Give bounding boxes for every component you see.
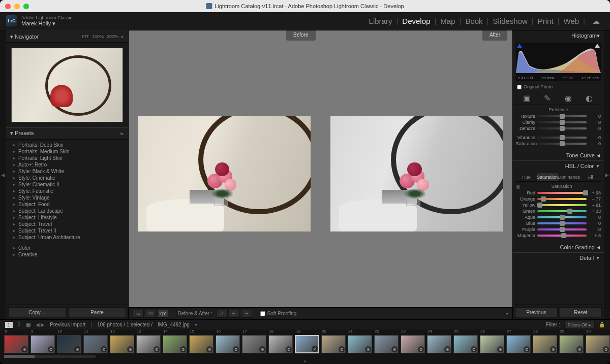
thumb[interactable]: 11⊘ <box>83 335 108 353</box>
slider-yellow[interactable]: Yellow– 91 <box>516 202 601 208</box>
thumb[interactable]: 15⊘ <box>189 335 214 353</box>
minimize-icon[interactable] <box>14 4 20 9</box>
preset-item[interactable]: Portraits: Light Skin <box>6 155 128 161</box>
thumb[interactable]: 29⊘ <box>559 335 584 353</box>
compare-view-icon[interactable]: ▯▯ <box>145 310 156 318</box>
thumb[interactable]: 10⊘ <box>57 335 81 353</box>
slider-texture[interactable]: Texture0 <box>516 113 601 119</box>
primary-display[interactable]: 1 <box>5 322 13 328</box>
thumb[interactable]: 30⊘ <box>586 335 610 353</box>
preset-item[interactable]: Subject: Travel II <box>6 227 128 234</box>
thumb[interactable]: 23⊘ <box>401 335 425 353</box>
thumb[interactable]: 18⊘ <box>268 335 293 353</box>
crop-tool-icon[interactable]: ▣ <box>523 93 531 102</box>
filmstrip-nav-icon[interactable]: ◀ ▶ <box>36 322 45 327</box>
thumb[interactable]: 13⊘ <box>136 335 161 353</box>
slider-purple[interactable]: Purple0 <box>516 226 601 233</box>
secondary-display[interactable]: 2 <box>18 322 21 327</box>
thumb[interactable]: 17⊘ <box>242 335 266 353</box>
thumb[interactable]: 22⊘ <box>374 335 399 353</box>
filmstrip-source[interactable]: Previous Import <box>50 322 85 327</box>
thumb[interactable]: 28⊘ <box>533 335 557 353</box>
histogram[interactable]: ISO 200 50 mm f / 1.6 1/125 sec <box>516 43 601 81</box>
module-map[interactable]: Map <box>436 17 459 25</box>
grid-toggle-icon[interactable]: ▦ <box>26 322 30 327</box>
original-photo-toggle[interactable]: Original Photo <box>513 83 604 90</box>
presets-header[interactable]: ▾ Presets +▸ <box>6 127 128 140</box>
preset-item[interactable]: Auto+: Retro <box>6 161 128 168</box>
thumb[interactable]: 16⊘ <box>216 335 240 353</box>
photo-after[interactable] <box>330 116 503 231</box>
loupe-view-icon[interactable]: ▭ <box>133 310 144 318</box>
copy-button[interactable]: Copy… <box>8 307 66 317</box>
module-book[interactable]: Book <box>461 17 486 25</box>
previous-button[interactable]: Previous <box>515 307 558 317</box>
preset-item[interactable]: Subject: Lifestyle <box>6 214 128 221</box>
preset-item[interactable]: Subject: Food <box>6 201 128 208</box>
hsl-tab-luminance[interactable]: Luminance <box>558 173 580 181</box>
slider-dehaze[interactable]: Dehaze0 <box>516 125 601 131</box>
target-adjust-icon[interactable]: ◎ <box>516 184 521 189</box>
copy-before-icon[interactable]: ⇤ <box>229 310 240 318</box>
bottom-edge-toggle[interactable]: ▼ <box>0 359 610 364</box>
thumb[interactable]: 24⊘ <box>427 335 451 353</box>
preset-group[interactable]: Color <box>6 245 128 251</box>
thumb[interactable]: 27⊘ <box>506 335 531 353</box>
slider-green[interactable]: Green+ 33 <box>516 208 601 214</box>
preset-item[interactable]: Style: Cinematic <box>6 175 128 181</box>
preset-item[interactable]: Portraits: Deep Skin <box>6 142 128 148</box>
hsl-tab-all[interactable]: All <box>580 173 601 181</box>
module-print[interactable]: Print <box>534 17 558 25</box>
filter-select[interactable]: Filters Off ▸ <box>564 321 595 329</box>
slider-saturation[interactable]: Saturation0 <box>516 141 601 147</box>
slider-orange[interactable]: Orange– 77 <box>516 196 601 202</box>
hsl-tab-saturation[interactable]: Saturation <box>537 173 558 181</box>
slider-magenta[interactable]: Magenta+ 8 <box>516 233 601 239</box>
navigator-header[interactable]: ▾ Navigator FIT 100% 200% ▸ <box>6 30 128 43</box>
swap-icon[interactable]: ⇄ <box>217 310 228 318</box>
thumb[interactable]: 8⊘ <box>4 335 28 353</box>
copy-after-icon[interactable]: ⇥ <box>241 310 252 318</box>
hsl-header[interactable]: HSL / Color▼ <box>513 161 604 171</box>
thumb[interactable]: 9⊘ <box>30 335 55 353</box>
right-edge-toggle[interactable]: ▶ <box>604 30 610 319</box>
module-web[interactable]: Web <box>560 17 584 25</box>
thumb[interactable]: 19⊘ <box>295 335 319 353</box>
thumb[interactable]: 14⊘ <box>163 335 187 353</box>
preset-item[interactable]: Style: Black & White <box>6 168 128 175</box>
before-after-icon[interactable]: Y|Y <box>157 310 168 318</box>
photo-before[interactable] <box>138 116 311 231</box>
slider-blue[interactable]: Blue0 <box>516 220 601 226</box>
hsl-tab-hue[interactable]: Hue <box>516 173 537 181</box>
filter-lock-icon[interactable]: 🔒 <box>599 322 605 327</box>
slider-clarity[interactable]: Clarity0 <box>516 119 601 125</box>
module-develop[interactable]: Develop <box>398 17 434 25</box>
reset-button[interactable]: Reset <box>560 307 602 317</box>
detail-header[interactable]: Detail▼ <box>513 253 604 263</box>
maximize-icon[interactable] <box>23 4 29 9</box>
thumb[interactable]: 20⊘ <box>321 335 346 353</box>
highlight-clip-icon[interactable] <box>595 44 600 48</box>
close-icon[interactable] <box>5 4 11 9</box>
histogram-header[interactable]: Histogram ▾ <box>513 30 604 41</box>
cloud-sync-icon[interactable]: ☁ <box>588 17 604 26</box>
tone-curve-header[interactable]: Tone Curve◀ <box>513 150 604 160</box>
slider-red[interactable]: Red+ 98 <box>516 190 601 196</box>
thumb[interactable]: 12⊘ <box>110 335 134 353</box>
left-edge-toggle[interactable]: ◀ <box>0 30 6 319</box>
module-library[interactable]: Library <box>365 17 396 25</box>
shadow-clip-icon[interactable] <box>517 44 522 48</box>
color-grading-header[interactable]: Color Grading◀ <box>513 242 604 252</box>
redeye-tool-icon[interactable]: ◉ <box>565 93 573 102</box>
preset-item[interactable]: Subject: Urban Architecture <box>6 234 128 241</box>
nav-zoom-200[interactable]: 200% <box>107 34 118 39</box>
preset-item[interactable]: Subject: Travel <box>6 221 128 227</box>
username[interactable]: Marek Holly <box>21 20 51 26</box>
module-slideshow[interactable]: Slideshow <box>489 17 531 25</box>
paste-button[interactable]: Paste <box>68 307 126 317</box>
preset-item[interactable]: Style: Futuristic <box>6 188 128 194</box>
thumb[interactable]: 25⊘ <box>453 335 478 353</box>
preset-item[interactable]: Portraits: Medium Skin <box>6 148 128 155</box>
nav-fit[interactable]: FIT <box>82 34 89 39</box>
preset-item[interactable]: Subject: Landscape <box>6 208 128 214</box>
